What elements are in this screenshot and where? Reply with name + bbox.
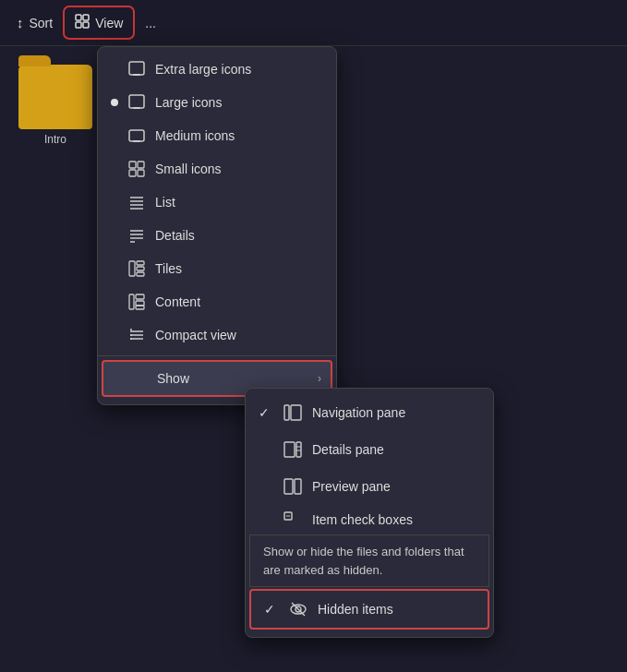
menu-separator — [98, 355, 336, 356]
svg-rect-42 — [284, 479, 293, 494]
menu-label-large-icons: Large icons — [155, 95, 323, 110]
svg-rect-12 — [129, 170, 136, 176]
details-pane-icon — [283, 439, 303, 460]
svg-rect-11 — [138, 162, 144, 168]
svg-rect-27 — [136, 294, 144, 299]
folder-icon — [18, 65, 92, 129]
svg-rect-29 — [136, 306, 144, 309]
svg-rect-26 — [129, 294, 134, 309]
svg-rect-3 — [83, 22, 89, 28]
navigation-pane-label: Navigation pane — [312, 405, 405, 420]
small-icons-icon — [127, 160, 146, 178]
submenu-item-navigation-pane[interactable]: ✓ Navigation pane — [246, 394, 493, 431]
svg-rect-2 — [76, 22, 81, 28]
svg-rect-1 — [83, 15, 89, 20]
menu-item-small-icons[interactable]: Small icons — [98, 152, 336, 186]
tooltip-box: Show or hide the files and folders that … — [249, 534, 489, 587]
show-submenu: ✓ Navigation pane ✓ Details pane ✓ — [245, 388, 494, 638]
preview-pane-label: Preview pane — [312, 479, 391, 494]
details-icon — [127, 226, 146, 245]
menu-label-small-icons: Small icons — [155, 162, 323, 176]
details-pane-label: Details pane — [312, 442, 384, 457]
view-label: View — [95, 16, 123, 30]
sort-label: Sort — [30, 16, 54, 30]
svg-rect-5 — [133, 74, 140, 76]
show-label: Show — [157, 371, 308, 386]
tiles-icon — [127, 259, 146, 278]
svg-rect-43 — [295, 479, 301, 494]
svg-rect-22 — [129, 261, 135, 276]
svg-rect-10 — [129, 162, 136, 168]
show-icon — [129, 369, 148, 388]
menu-label-list: List — [155, 195, 323, 210]
menu-item-list[interactable]: List — [98, 186, 336, 219]
menu-label-extra-large-icons: Extra large icons — [155, 62, 323, 77]
view-icon — [75, 14, 90, 31]
svg-point-35 — [130, 338, 132, 340]
submenu-item-preview-pane[interactable]: ✓ Preview pane — [246, 468, 493, 505]
svg-rect-9 — [133, 140, 140, 142]
navigation-pane-icon — [283, 402, 303, 423]
navigation-pane-checkmark: ✓ — [259, 405, 273, 420]
hidden-items-label: Hidden items — [318, 602, 393, 617]
svg-rect-4 — [129, 62, 144, 75]
svg-point-33 — [130, 329, 132, 330]
extra-large-icons-icon — [127, 60, 146, 78]
menu-label-medium-icons: Medium icons — [155, 128, 323, 143]
svg-rect-7 — [133, 107, 140, 109]
menu-item-details[interactable]: Details — [98, 219, 336, 252]
show-arrow-icon: › — [318, 372, 321, 385]
medium-icons-icon — [127, 126, 146, 145]
tooltip-text: Show or hide the files and folders that … — [263, 545, 464, 577]
svg-rect-24 — [137, 267, 144, 270]
toolbar: ↕ Sort View ... — [0, 0, 627, 46]
svg-rect-39 — [296, 442, 301, 457]
sort-icon: ↕ — [17, 15, 24, 30]
sort-button[interactable]: ↕ Sort — [7, 9, 62, 36]
large-icons-dot — [111, 99, 118, 106]
more-label: ... — [145, 16, 156, 30]
svg-rect-28 — [136, 301, 144, 306]
svg-rect-36 — [284, 405, 289, 420]
item-checkboxes-icon — [283, 510, 303, 530]
menu-label-content: Content — [155, 294, 323, 309]
svg-rect-8 — [129, 130, 144, 141]
menu-item-large-icons[interactable]: Large icons — [98, 86, 336, 119]
svg-rect-23 — [137, 261, 144, 265]
compact-view-icon — [127, 326, 146, 344]
view-menu: Extra large icons Large icons Medium ico… — [97, 46, 337, 405]
view-button[interactable]: View — [66, 8, 132, 37]
hidden-items-checkmark: ✓ — [264, 602, 279, 617]
svg-rect-25 — [137, 272, 144, 276]
submenu-item-item-checkboxes[interactable]: ✓ Item check boxes — [246, 505, 493, 534]
menu-label-details: Details — [155, 228, 323, 243]
menu-item-medium-icons[interactable]: Medium icons — [98, 119, 336, 152]
svg-point-34 — [130, 334, 132, 336]
hidden-items-icon — [288, 599, 308, 619]
preview-pane-icon — [283, 476, 303, 497]
item-checkboxes-label: Item check boxes — [312, 512, 413, 527]
menu-item-extra-large-icons[interactable]: Extra large icons — [98, 53, 336, 86]
content-icon — [127, 293, 146, 311]
folder-label: Intro — [44, 133, 66, 146]
svg-rect-0 — [76, 15, 81, 20]
menu-item-tiles[interactable]: Tiles — [98, 252, 336, 285]
svg-rect-38 — [284, 442, 295, 457]
svg-rect-37 — [291, 405, 301, 420]
large-icons-icon — [127, 93, 146, 112]
list-icon — [127, 193, 146, 211]
menu-item-content[interactable]: Content — [98, 285, 336, 318]
menu-label-tiles: Tiles — [155, 261, 323, 276]
svg-rect-6 — [129, 95, 144, 108]
submenu-item-details-pane[interactable]: ✓ Details pane — [246, 431, 493, 468]
menu-label-compact-view: Compact view — [155, 328, 323, 342]
more-button[interactable]: ... — [136, 10, 165, 36]
submenu-item-hidden-items[interactable]: ✓ Hidden items — [249, 589, 489, 630]
menu-item-compact-view[interactable]: Compact view — [98, 318, 336, 352]
svg-rect-13 — [138, 170, 144, 176]
